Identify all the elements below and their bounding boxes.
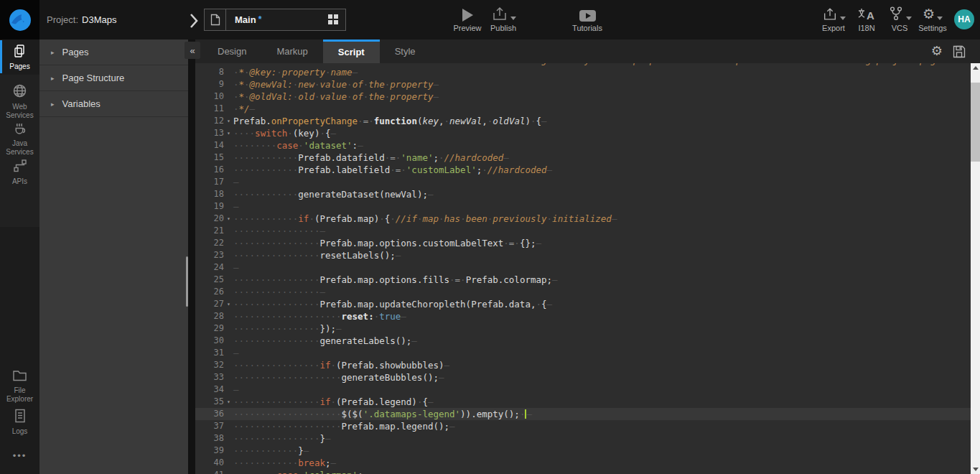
tab-design[interactable]: Design: [202, 40, 261, 63]
line-number[interactable]: 37: [195, 420, 224, 432]
line-number[interactable]: 38: [195, 432, 224, 445]
line-number[interactable]: 33: [195, 371, 224, 384]
line-number[interactable]: 29: [195, 322, 224, 335]
panel-collapse-button[interactable]: «: [185, 42, 200, 59]
line-number[interactable]: 32: [195, 359, 224, 371]
wavemaker-logo[interactable]: [0, 0, 39, 40]
line-number[interactable]: 23: [195, 249, 224, 261]
code-line-25[interactable]: 25················Prefab.map.options.fil…: [195, 274, 971, 286]
line-number[interactable]: 18: [195, 188, 224, 200]
fold-arrow-icon[interactable]: ▾: [224, 127, 233, 139]
code-line-41[interactable]: 41········case·'colormap':–: [195, 469, 971, 474]
code-line-13[interactable]: 13▾····switch·(key)·{–: [195, 127, 971, 139]
code-line-9[interactable]: 9·*·@newVal:·new·value·of·the·property–: [195, 78, 971, 90]
scrollbar-down-arrow[interactable]: [971, 465, 980, 474]
line-number[interactable]: 36: [195, 408, 224, 420]
code-line-15[interactable]: 15············Prefab.datafield·=·'name';…: [195, 152, 971, 164]
panel-section-page-structure[interactable]: ▸ Page Structure: [39, 65, 188, 91]
line-number[interactable]: 10: [195, 90, 224, 103]
fold-arrow-icon[interactable]: ▾: [224, 213, 233, 225]
line-number[interactable]: 14: [195, 139, 224, 152]
line-number[interactable]: 24: [195, 261, 224, 274]
vertical-scrollbar[interactable]: [971, 63, 980, 474]
code-line-31[interactable]: 31–: [195, 347, 971, 359]
code-line-22[interactable]: 22················Prefab.map.options.cus…: [195, 237, 971, 249]
line-number[interactable]: 16: [195, 164, 224, 176]
code-line-29[interactable]: 29················});–: [195, 322, 971, 335]
export-button[interactable]: Export: [816, 6, 851, 32]
code-line-40[interactable]: 40············break;–: [195, 457, 971, 469]
line-number[interactable]: 17: [195, 176, 224, 188]
line-number[interactable]: 12: [195, 115, 224, 127]
panel-scrollbar-thumb[interactable]: [186, 256, 188, 307]
line-number[interactable]: 19: [195, 200, 224, 213]
tutorials-button[interactable]: Tutorials: [566, 6, 608, 32]
line-number[interactable]: 27: [195, 298, 224, 310]
chevron-right-icon[interactable]: [189, 12, 199, 32]
line-number[interactable]: 9: [195, 78, 224, 90]
sidebar-more-button[interactable]: •••: [0, 450, 39, 461]
line-number[interactable]: 35: [195, 396, 224, 408]
line-number[interactable]: 13: [195, 127, 224, 139]
code-line-38[interactable]: 38················}–: [195, 432, 971, 445]
line-number[interactable]: 15: [195, 152, 224, 164]
code-line-28[interactable]: 28····················reset:·true–: [195, 310, 971, 322]
line-number[interactable]: 25: [195, 274, 224, 286]
sidebar-item-apis[interactable]: APIs: [0, 159, 39, 186]
script-settings-gear-icon[interactable]: ⚙: [931, 43, 943, 58]
code-line-23[interactable]: 23················resetLabels();–: [195, 249, 971, 261]
code-line-34[interactable]: 34–: [195, 384, 971, 396]
sidebar-item-pages[interactable]: Pages: [0, 44, 39, 71]
line-number[interactable]: 8: [195, 66, 224, 78]
code-line-36[interactable]: 36····················$($('.datamaps-leg…: [195, 408, 971, 420]
publish-button[interactable]: Publish: [482, 6, 524, 32]
line-number[interactable]: 26: [195, 286, 224, 298]
fold-arrow-icon[interactable]: ▾: [224, 396, 233, 408]
line-number[interactable]: 39: [195, 445, 224, 457]
sidebar-item-file-explorer[interactable]: File Explorer: [0, 369, 39, 404]
scrollbar-up-arrow[interactable]: [971, 63, 980, 73]
code-line-33[interactable]: 33····················generateBubbles();…: [195, 371, 971, 384]
code-line-24[interactable]: 24–: [195, 261, 971, 274]
scrollbar-thumb[interactable]: [971, 83, 980, 162]
user-avatar[interactable]: HA: [954, 9, 974, 29]
settings-button[interactable]: ⚙ Settings: [915, 6, 951, 32]
sidebar-item-java-services[interactable]: Java Services: [0, 120, 39, 157]
code-line-35[interactable]: 35▾················if·(Prefab.legend)·{–: [195, 396, 971, 408]
line-number[interactable]: 22: [195, 237, 224, 249]
code-line-37[interactable]: 37····················Prefab.map.legend(…: [195, 420, 971, 432]
code-line-18[interactable]: 18············generateDataset(newVal);–: [195, 188, 971, 200]
save-button[interactable]: [953, 45, 966, 61]
code-line-26[interactable]: 26················–: [195, 286, 971, 298]
line-number[interactable]: 28: [195, 310, 224, 322]
line-number[interactable]: 34: [195, 384, 224, 396]
code-line-30[interactable]: 30················generateLabels();–: [195, 335, 971, 347]
line-number[interactable]: 30: [195, 335, 224, 347]
tab-style[interactable]: Style: [380, 40, 431, 63]
code-line-17[interactable]: 17–: [195, 176, 971, 188]
script-editor[interactable]: 7·*·this·function·will·be·invoked·whenev…: [195, 63, 971, 474]
line-number[interactable]: 20: [195, 213, 224, 225]
code-line-21[interactable]: 21················–: [195, 225, 971, 237]
code-line-10[interactable]: 10·*·@oldVal:·old·value·of·the·property–: [195, 90, 971, 103]
tab-markup[interactable]: Markup: [261, 40, 322, 63]
panel-section-pages[interactable]: ▸ Pages: [39, 40, 188, 65]
code-line-8[interactable]: 8·*·@key:·property·name–: [195, 66, 971, 78]
sidebar-item-logs[interactable]: Logs: [0, 409, 39, 436]
fold-arrow-icon[interactable]: ▾: [224, 115, 233, 127]
sidebar-item-web-services[interactable]: Web Services: [0, 83, 39, 120]
i18n-button[interactable]: A I18N: [851, 6, 882, 32]
vcs-button[interactable]: VCS: [883, 6, 916, 32]
page-tab-main[interactable]: Main*: [204, 9, 346, 31]
code-line-39[interactable]: 39············}–: [195, 445, 971, 457]
tab-script[interactable]: Script: [323, 40, 380, 63]
code-line-19[interactable]: 19–: [195, 200, 971, 213]
code-line-14[interactable]: 14········case·'dataset':–: [195, 139, 971, 152]
code-line-11[interactable]: 11·*/–: [195, 103, 971, 115]
panel-section-variables[interactable]: ▸ Variables: [39, 91, 188, 117]
line-number[interactable]: 21: [195, 225, 224, 237]
code-line-27[interactable]: 27▾················Prefab.map.updateChor…: [195, 298, 971, 310]
code-line-16[interactable]: 16············Prefab.labelfield·=·'custo…: [195, 164, 971, 176]
fold-arrow-icon[interactable]: ▾: [224, 298, 233, 310]
code-line-20[interactable]: 20▾············if·(Prefab.map)·{·//if·ma…: [195, 213, 971, 225]
